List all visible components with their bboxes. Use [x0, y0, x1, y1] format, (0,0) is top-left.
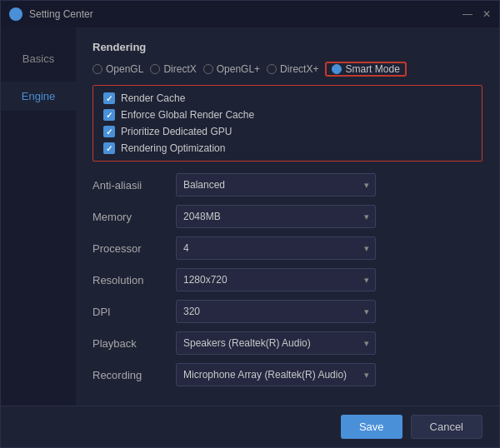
- window-title: Setting Center: [29, 8, 456, 20]
- row-processor: Processor 1 2 4 8: [92, 236, 482, 260]
- radio-circle-smartmode: [332, 64, 342, 74]
- checkbox-render-cache[interactable]: ✓ Render Cache: [103, 92, 472, 104]
- row-memory: Memory 512MB 1024MB 2048MB 4096MB: [92, 205, 482, 228]
- radio-circle-opengl: [92, 64, 102, 74]
- checkbox-enforce-global[interactable]: ✓ Enforce Global Render Cache: [103, 109, 472, 121]
- select-resolution[interactable]: 1280x720 1920x1080 2560x1440 3840x2160: [176, 268, 376, 291]
- checkbox-icon-prioritize-gpu: ✓: [103, 126, 115, 137]
- radio-circle-directx: [150, 64, 160, 74]
- select-anti-aliasii[interactable]: Balanced Low High Ultra: [176, 173, 376, 197]
- main-window: Setting Center — ✕ Basics Engine Renderi…: [0, 0, 500, 448]
- radio-openglplus[interactable]: OpenGL+: [203, 63, 260, 75]
- checkbox-prioritize-gpu[interactable]: ✓ Prioritize Dedicated GPU: [103, 126, 472, 137]
- render-options: OpenGL DirectX OpenGL+ DirectX+ Smart Mo…: [92, 62, 482, 77]
- radio-circle-directxplus: [267, 64, 277, 74]
- radio-circle-openglplus: [203, 64, 213, 74]
- row-anti-aliasii: Anti-aliasii Balanced Low High Ultra: [92, 173, 482, 197]
- content-area: Rendering OpenGL DirectX OpenGL+ Direc: [76, 27, 499, 406]
- checkbox-icon-enforce-global: ✓: [103, 109, 115, 121]
- select-dpi[interactable]: 96 120 144 192 320: [176, 300, 376, 323]
- footer: Save Cancel: [1, 406, 499, 447]
- sidebar-item-engine[interactable]: Engine: [1, 82, 76, 111]
- save-button[interactable]: Save: [341, 415, 402, 439]
- cancel-button[interactable]: Cancel: [411, 415, 482, 439]
- checkbox-icon-rendering-opt: ✓: [103, 142, 115, 154]
- titlebar-controls: — ✕: [462, 8, 491, 20]
- select-resolution-wrapper: 1280x720 1920x1080 2560x1440 3840x2160: [176, 268, 376, 291]
- row-dpi: DPI 96 120 144 192 320: [92, 300, 482, 323]
- select-recording[interactable]: Microphone Array (Realtek(R) Audio) Line…: [176, 363, 376, 386]
- checkboxes-container: ✓ Render Cache ✓ Enforce Global Render C…: [92, 85, 482, 162]
- close-button[interactable]: ✕: [482, 8, 491, 20]
- select-anti-aliasii-wrapper: Balanced Low High Ultra: [176, 173, 376, 197]
- radio-opengl[interactable]: OpenGL: [92, 63, 143, 75]
- select-memory-wrapper: 512MB 1024MB 2048MB 4096MB: [176, 205, 376, 228]
- radio-directx[interactable]: DirectX: [150, 63, 196, 75]
- select-memory[interactable]: 512MB 1024MB 2048MB 4096MB: [176, 205, 376, 228]
- titlebar: Setting Center — ✕: [1, 1, 499, 27]
- app-icon: [9, 7, 22, 21]
- row-resolution: Resolution 1280x720 1920x1080 2560x1440 …: [92, 268, 482, 291]
- select-playback-wrapper: Speakers (Realtek(R) Audio) Headphones H…: [176, 331, 376, 355]
- checkbox-rendering-opt[interactable]: ✓ Rendering Optimization: [103, 142, 472, 154]
- radio-smartmode[interactable]: Smart Mode: [325, 62, 406, 77]
- row-recording: Recording Microphone Array (Realtek(R) A…: [92, 363, 482, 386]
- sidebar-item-basics[interactable]: Basics: [1, 44, 76, 73]
- main-content: Basics Engine Rendering OpenGL DirectX: [1, 27, 499, 406]
- checkbox-icon-render-cache: ✓: [103, 92, 115, 104]
- minimize-button[interactable]: —: [462, 8, 472, 20]
- select-recording-wrapper: Microphone Array (Realtek(R) Audio) Line…: [176, 363, 376, 386]
- select-processor[interactable]: 1 2 4 8: [176, 236, 376, 260]
- radio-directxplus[interactable]: DirectX+: [267, 63, 318, 75]
- select-processor-wrapper: 1 2 4 8: [176, 236, 376, 260]
- sidebar: Basics Engine: [1, 27, 76, 406]
- rendering-title: Rendering: [92, 41, 482, 53]
- select-playback[interactable]: Speakers (Realtek(R) Audio) Headphones H…: [176, 331, 376, 355]
- row-playback: Playback Speakers (Realtek(R) Audio) Hea…: [92, 331, 482, 355]
- select-dpi-wrapper: 96 120 144 192 320: [176, 300, 376, 323]
